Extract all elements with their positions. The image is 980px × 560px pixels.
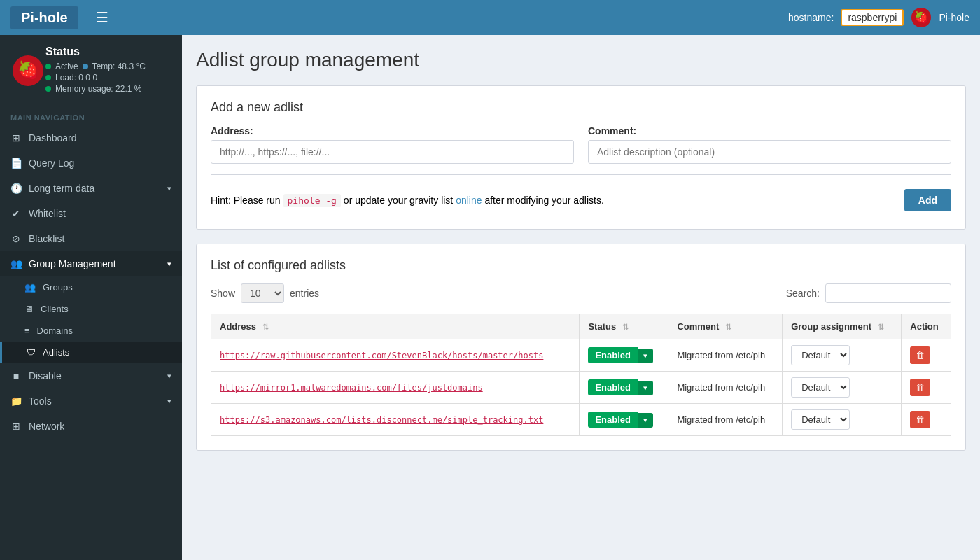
table-row: https://raw.githubusercontent.com/Steven… <box>211 340 951 372</box>
url-link-0[interactable]: https://raw.githubusercontent.com/Steven… <box>220 351 543 360</box>
sidebar-item-whitelist[interactable]: ✔ Whitelist <box>0 201 182 226</box>
status-toggle-2[interactable]: ▾ <box>638 413 653 428</box>
show-entries: Show 10 25 50 100 entries <box>211 284 319 303</box>
hamburger-menu[interactable]: ☰ <box>96 9 108 26</box>
main-content: Adlist group management Add a new adlist… <box>182 35 980 560</box>
disable-label: Disable <box>29 370 62 382</box>
whitelist-icon: ✔ <box>10 208 22 219</box>
querylog-icon: 📄 <box>10 158 22 169</box>
entries-select[interactable]: 10 25 50 100 <box>241 284 284 303</box>
address-input[interactable] <box>211 140 574 164</box>
row-status-1: Enabled▾ <box>580 372 668 404</box>
blacklist-icon: ⊘ <box>10 233 22 244</box>
row-action-2: 🗑 <box>902 404 951 436</box>
sidebar-item-tools[interactable]: 📁 Tools ▾ <box>0 388 182 414</box>
search-input[interactable] <box>825 284 951 303</box>
col-address: Address ⇅ <box>211 314 580 340</box>
add-form-row: Address: Comment: <box>211 125 951 164</box>
domains-icon: ≡ <box>24 326 30 336</box>
delete-button-2[interactable]: 🗑 <box>910 411 930 428</box>
sidebar-item-domains[interactable]: ≡ Domains <box>0 320 182 342</box>
querylog-label: Query Log <box>29 158 74 169</box>
show-label: Show <box>211 288 235 299</box>
memory-label: Memory usage: 22.1 % <box>55 84 141 94</box>
comment-input[interactable] <box>588 140 951 164</box>
row-action-0: 🗑 <box>902 340 951 372</box>
blacklist-label: Blacklist <box>29 233 64 244</box>
status-sort-icon[interactable]: ⇅ <box>622 323 629 331</box>
hint-prefix: Hint: Please run <box>211 195 281 206</box>
col-action: Action <box>902 314 951 340</box>
group-select-1[interactable]: Default <box>791 377 850 398</box>
col-comment: Comment ⇅ <box>668 314 783 340</box>
sidebar-item-dashboard[interactable]: ⊞ Dashboard <box>0 125 182 150</box>
top-right-section: hostname: raspberrypi 🍓 Pi-hole <box>788 7 969 28</box>
groupmgmt-chevron-icon: ▾ <box>167 260 172 269</box>
row-group-1: Default <box>783 372 902 404</box>
hint-code: pihole -g <box>284 194 341 207</box>
delete-button-1[interactable]: 🗑 <box>910 379 930 396</box>
groupmgmt-icon: 👥 <box>10 258 22 270</box>
row-comment-0: Migrated from /etc/pih <box>668 340 783 372</box>
table-header-row: Address ⇅ Status ⇅ Comment ⇅ <box>211 314 951 340</box>
hint-suffix: after modifying your adlists. <box>484 195 603 206</box>
disable-chevron-icon: ▾ <box>167 372 172 381</box>
sidebar-item-longterm[interactable]: 🕐 Long term data ▾ <box>0 176 182 201</box>
search-label: Search: <box>786 288 820 299</box>
address-group: Address: <box>211 125 574 164</box>
entries-label: entries <box>290 288 319 299</box>
col-group-assignment: Group assignment ⇅ <box>783 314 902 340</box>
hint-middle: or update your gravity list <box>344 195 456 206</box>
tools-chevron-icon: ▾ <box>167 397 172 406</box>
group-sort-icon[interactable]: ⇅ <box>878 323 884 331</box>
url-link-2[interactable]: https://s3.amazonaws.com/lists.disconnec… <box>220 415 543 425</box>
row-comment-2: Migrated from /etc/pih <box>668 404 783 436</box>
table-row: https://mirror1.malwaredomains.com/files… <box>211 372 951 404</box>
group-select-0[interactable]: Default <box>791 345 850 365</box>
col-status: Status ⇅ <box>580 314 668 340</box>
status-toggle-0[interactable]: ▾ <box>638 349 653 363</box>
dashboard-icon: ⊞ <box>10 132 22 144</box>
sidebar-item-groupmgmt[interactable]: 👥 Group Management ▾ <box>0 251 182 276</box>
svg-text:🍓: 🍓 <box>18 59 38 80</box>
sidebar-item-blacklist[interactable]: ⊘ Blacklist <box>0 226 182 251</box>
sidebar-item-disable[interactable]: ■ Disable ▾ <box>0 363 182 388</box>
disable-icon: ■ <box>10 370 22 382</box>
domains-label: Domains <box>37 326 73 336</box>
comment-sort-icon[interactable]: ⇅ <box>725 323 732 331</box>
nav-label: MAIN NAVIGATION <box>0 106 182 125</box>
memory-dot <box>46 86 51 92</box>
sidebar-item-clients[interactable]: 🖥 Clients <box>0 298 182 320</box>
groupmgmt-label: Group Management <box>29 258 116 270</box>
longterm-label: Long term data <box>29 183 94 194</box>
sidebar-item-network[interactable]: ⊞ Network <box>0 414 182 439</box>
brand-title: Pi-hole <box>10 6 78 29</box>
table-row: https://s3.amazonaws.com/lists.disconnec… <box>211 404 951 436</box>
group-select-2[interactable]: Default <box>791 410 850 430</box>
top-navbar: Pi-hole ☰ hostname: raspberrypi 🍓 Pi-hol… <box>0 0 980 35</box>
sidebar-item-adlists[interactable]: 🛡 Adlists <box>0 342 182 363</box>
network-icon: ⊞ <box>10 421 22 432</box>
address-sort-icon[interactable]: ⇅ <box>262 323 269 331</box>
tools-icon: 📁 <box>10 396 22 407</box>
pihole-name: Pi-hole <box>939 12 969 23</box>
sidebar-item-querylog[interactable]: 📄 Query Log <box>0 150 182 176</box>
hint-row: Hint: Please run pihole -g or update you… <box>211 186 951 215</box>
status-badge-1: Enabled <box>588 379 638 396</box>
sidebar-item-groups[interactable]: 👥 Groups <box>0 276 182 298</box>
comment-group: Comment: <box>588 125 951 164</box>
network-label: Network <box>29 421 64 432</box>
page-title: Adlist group management <box>196 49 966 71</box>
clients-icon: 🖥 <box>24 304 34 314</box>
add-button[interactable]: Add <box>904 189 951 211</box>
url-link-1[interactable]: https://mirror1.malwaredomains.com/files… <box>220 383 483 393</box>
hint-link[interactable]: online <box>456 195 482 206</box>
dashboard-label: Dashboard <box>29 132 77 144</box>
status-toggle-1[interactable]: ▾ <box>638 381 653 396</box>
delete-button-0[interactable]: 🗑 <box>910 346 930 364</box>
longterm-chevron-icon: ▾ <box>167 184 172 193</box>
adlists-icon: 🛡 <box>27 347 36 358</box>
sidebar: 🍓 Status Active Temp: 48.3 °C Load: 0 0 … <box>0 35 182 560</box>
hostname-value: raspberrypi <box>841 9 904 26</box>
adlist-table: Address ⇅ Status ⇅ Comment ⇅ <box>211 314 951 436</box>
